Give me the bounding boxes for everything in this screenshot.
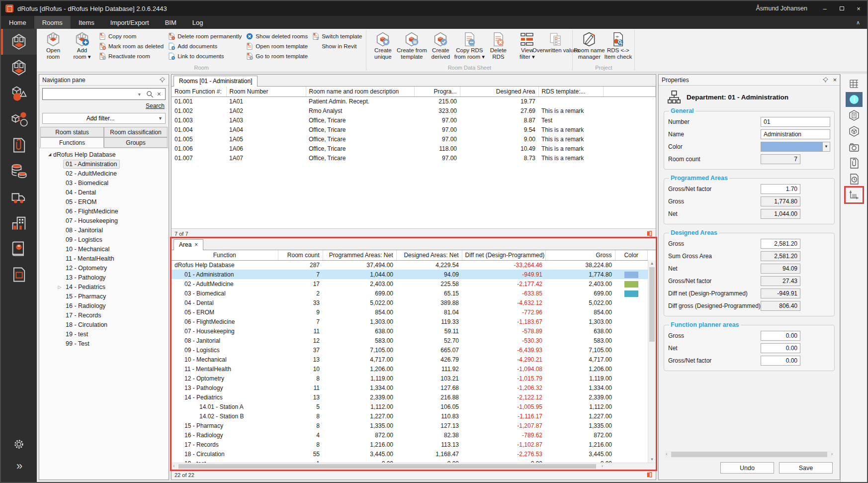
sidebar-module-button[interactable]	[1, 132, 37, 158]
tree-item[interactable]: 16 - Radiology	[39, 301, 169, 310]
column-header[interactable]: Gross	[545, 250, 615, 260]
name-field[interactable]: Administration	[761, 129, 830, 139]
tree-item[interactable]: 08 - Janitorial	[39, 225, 169, 235]
ribbon-large-button[interactable]: Room name manager	[575, 30, 604, 61]
area-row[interactable]: 10 - Mechanical 13 4,717.00 426.79 -4,29…	[172, 355, 648, 364]
area-row[interactable]: 02 - AdultMedicine 17 2,403.00 225.58 -2…	[172, 279, 648, 289]
tool-strip-button[interactable]	[846, 188, 863, 202]
navigation-tab[interactable]: Room status	[40, 127, 104, 137]
menu-tab[interactable]: Home	[1, 16, 34, 29]
tree-item[interactable]: 02 - AdultMedicine	[39, 169, 169, 178]
sidebar-module-button[interactable]	[1, 184, 37, 210]
area-row[interactable]: 01 - Administration 7 1,044.00 94.09 -94…	[172, 270, 648, 279]
tree-item[interactable]: 17 - Records	[39, 310, 169, 320]
ribbon-large-button[interactable]: Open room	[39, 30, 68, 61]
ribbon-large-button[interactable]: Create from template	[397, 30, 426, 61]
tool-strip-button[interactable]	[846, 108, 863, 123]
area-row[interactable]: dRofus Help Database 287 37,494.00 4,229…	[172, 260, 648, 270]
area-row[interactable]: 09 - Logistics 37 7,105.00 665.07 -6,439…	[172, 345, 648, 355]
ribbon-large-button[interactable]: Create unique	[368, 30, 397, 61]
search-dropdown-icon[interactable]: ▾	[135, 92, 144, 97]
ribbon-small-button[interactable]: Show in Revit	[312, 41, 362, 51]
scroll-left-icon[interactable]: ‹	[173, 463, 174, 469]
tree-item[interactable]: 04 - Dental	[39, 188, 169, 197]
navigation-tab[interactable]: Groups	[104, 137, 168, 148]
sidebar-module-button[interactable]	[1, 106, 37, 132]
tree-item[interactable]: 18 - Circulation	[39, 320, 169, 329]
designed-area-field[interactable]: 2,581.20	[761, 239, 800, 249]
search-input[interactable]	[43, 89, 135, 99]
color-picker[interactable]: ▼	[761, 142, 830, 152]
ribbon-large-button[interactable]: Create derived	[426, 30, 455, 61]
scroll-left-icon[interactable]: ‹	[666, 451, 667, 457]
column-header[interactable]: Room Number	[226, 87, 306, 97]
tree-item[interactable]: 07 - Housekeeping	[39, 216, 169, 225]
designed-area-field[interactable]: 27.43	[761, 276, 800, 286]
ribbon-small-button[interactable]: Delete room permanently	[168, 31, 242, 41]
room-row[interactable]: 01.004 1A04 Office, Tricare 97.00 9.54 T…	[172, 125, 656, 134]
column-options-icon[interactable]	[646, 230, 653, 237]
scroll-right-icon[interactable]: ›	[602, 463, 603, 469]
column-options-icon[interactable]	[646, 472, 653, 478]
ribbon-large-button[interactable]: Delete RDS	[484, 30, 513, 61]
tree-item[interactable]: 09 - Logistics	[39, 235, 169, 244]
designed-area-field[interactable]: 94.09	[761, 264, 800, 274]
planner-area-field[interactable]: 0.00	[761, 356, 800, 366]
menu-tab[interactable]: BIM	[157, 16, 184, 29]
area-row[interactable]: 08 - Janitorial 12 583.00 52.70 -530.30 …	[172, 336, 648, 345]
designed-area-field[interactable]: 806.40	[761, 301, 800, 311]
pin-icon[interactable]	[159, 77, 166, 83]
rooms-tab[interactable]: Rooms [01 - Administration]	[174, 76, 258, 87]
sidebar-module-button[interactable]	[1, 210, 37, 236]
sidebar-module-button[interactable]	[1, 55, 37, 81]
tool-strip-button[interactable]	[846, 124, 863, 139]
sidebar-module-button[interactable]	[1, 158, 37, 184]
tree-item[interactable]: 10 - Mechanical	[39, 244, 169, 254]
area-row[interactable]: 15 - Pharmacy 8 1,335.00 127.13 -1,207.8…	[172, 421, 648, 430]
room-row[interactable]: 01.007 1A07 Office, Tricare 97.00 8.73 T…	[172, 153, 656, 163]
ribbon-small-button[interactable]: Go to room template	[246, 51, 308, 61]
close-panel-icon[interactable]: ×	[833, 76, 837, 84]
planner-area-field[interactable]: 0.00	[761, 331, 800, 341]
add-filter-button[interactable]: Add filter... ▼	[42, 113, 166, 124]
tool-strip-button[interactable]	[846, 172, 863, 187]
menu-tab[interactable]: Import/Export	[102, 16, 157, 29]
tool-strip-button[interactable]	[846, 92, 863, 107]
room-row[interactable]: 01.001 1A01 Patient Admin. Recept. 215.0…	[172, 97, 656, 106]
color-dropdown-icon[interactable]: ▼	[822, 142, 830, 151]
tree-item[interactable]: 15 - Pharmacy	[39, 291, 169, 301]
area-row[interactable]: 11 - MentalHealth 10 1,206.00 111.92 -1,…	[172, 364, 648, 374]
area-vertical-scrollbar[interactable]: ▲ ▼	[648, 260, 656, 463]
tool-strip-button[interactable]	[846, 76, 863, 91]
search-icon[interactable]	[146, 91, 154, 98]
ribbon-large-button[interactable]: RDS <-> Item check	[604, 30, 632, 61]
area-row[interactable]: 05 - EROM 9 854.00 81.04 -772.96 854.00	[172, 307, 648, 317]
column-header[interactable]: Programmed Areas: Net	[323, 250, 396, 260]
area-row[interactable]: 06 - FlightMedicine 7 1,303.00 119.33 -1…	[172, 317, 648, 326]
scroll-right-icon[interactable]: ›	[831, 451, 833, 457]
navigation-tab[interactable]: Functions	[40, 137, 104, 148]
tree-expand-icon[interactable]: ▷	[56, 285, 63, 290]
clear-search-icon[interactable]: ×	[156, 90, 165, 98]
tree-item[interactable]: 11 - MentalHealth	[39, 254, 169, 263]
tree-item[interactable]: 05 - EROM	[39, 197, 169, 206]
menu-tab[interactable]: Items	[71, 16, 102, 29]
area-row[interactable]: 07 - Housekeeping 11 638.00 59.11 -578.8…	[172, 326, 648, 336]
navigation-tab[interactable]: Room classification	[104, 127, 168, 137]
search-link[interactable]: Search	[146, 102, 165, 109]
area-row[interactable]: 14.01 - Station A 5 1,112.00 106.05 -1,0…	[172, 402, 648, 411]
tool-strip-button[interactable]	[846, 140, 863, 155]
undo-button[interactable]: Undo	[720, 462, 774, 474]
column-header[interactable]: Progra...	[414, 87, 460, 97]
sidebar-module-button[interactable]	[1, 29, 37, 55]
sidebar-module-button[interactable]	[1, 236, 37, 262]
programmed-area-field[interactable]: 1,044.00	[761, 209, 800, 219]
settings-button[interactable]	[1, 433, 37, 455]
column-header[interactable]: Designed Areas: Net	[396, 250, 462, 260]
room-row[interactable]: 01.006 1A06 Office, Tricare 118.00 10.49…	[172, 144, 656, 153]
ribbon-large-button[interactable]: Overwritten values	[541, 30, 570, 55]
minimize-button[interactable]: –	[816, 1, 833, 16]
tree-item[interactable]: 19 - test	[39, 329, 169, 339]
column-header[interactable]: Function	[172, 250, 278, 260]
room-row[interactable]: 01.002 1A02 Rmo Analyst 323.00 27.69 Thi…	[172, 106, 656, 115]
